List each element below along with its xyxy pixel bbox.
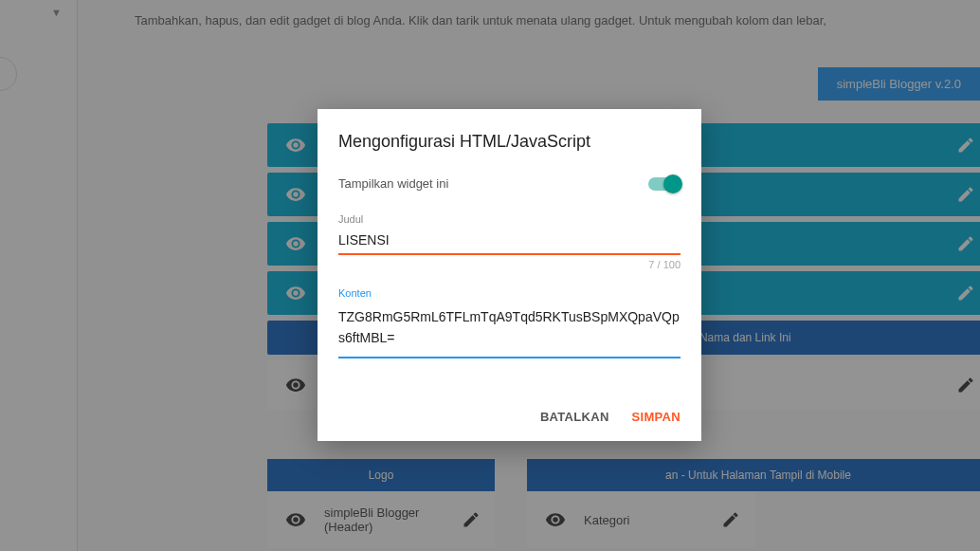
show-widget-toggle[interactable] [648, 177, 681, 191]
konten-input[interactable]: TZG8RmG5RmL6TFLmTqA9Tqd5RKTusBSpMXQpaVQp… [338, 303, 681, 358]
show-widget-label: Tampilkan widget ini [338, 176, 448, 191]
judul-label: Judul [338, 213, 681, 225]
judul-input[interactable] [338, 229, 681, 255]
judul-counter: 7 / 100 [338, 259, 681, 270]
cancel-button[interactable]: BATALKAN [540, 410, 609, 424]
dialog-title: Mengonfigurasi HTML/JavaScript [338, 132, 681, 152]
config-dialog: Mengonfigurasi HTML/JavaScript Tampilkan… [318, 109, 701, 441]
show-widget-row: Tampilkan widget ini [338, 176, 681, 191]
dialog-buttons: BATALKAN SIMPAN [338, 410, 681, 424]
konten-label: Konten [338, 287, 681, 299]
toggle-knob [663, 174, 682, 193]
save-button[interactable]: SIMPAN [632, 410, 681, 424]
